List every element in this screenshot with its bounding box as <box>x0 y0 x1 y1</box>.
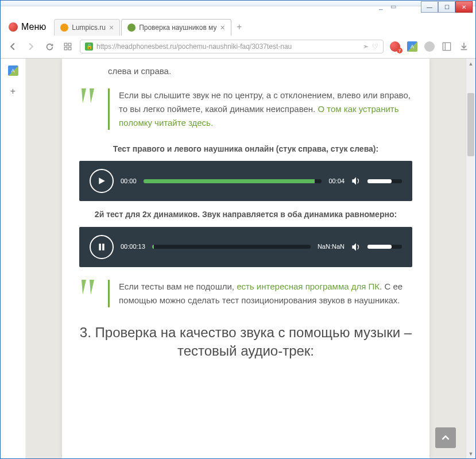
speed-dial-button[interactable] <box>61 40 74 53</box>
window-close-button[interactable]: ✕ <box>455 1 473 13</box>
scroll-to-top-button[interactable] <box>435 427 456 448</box>
quote-block-1: Если вы слышите звук не по центру, а с о… <box>79 88 412 130</box>
nav-reload-button[interactable] <box>43 40 56 53</box>
pause-button[interactable] <box>90 235 114 259</box>
intro-fragment: слева и справа. <box>108 59 412 78</box>
duration-time: 00:04 <box>328 176 345 187</box>
tab-headphones[interactable]: Проверка наушников му × <box>121 19 231 36</box>
translate-sidebar-icon[interactable]: A <box>7 64 20 77</box>
lock-icon: 🔒 <box>85 43 93 51</box>
volume-icon[interactable] <box>351 242 361 252</box>
quote-text-pre: Если тесты вам не подошли, <box>119 281 237 291</box>
nav-back-button[interactable] <box>6 40 19 53</box>
window-minimize-button[interactable]: — <box>421 1 438 13</box>
volume-icon[interactable] <box>351 176 361 186</box>
svg-rect-2 <box>64 47 67 50</box>
sys-tray-icon: ⎯ <box>379 3 387 11</box>
svg-rect-3 <box>68 47 71 50</box>
tab-title: Проверка наушников му <box>139 24 216 32</box>
audio-player-1: 00:00 00:04 <box>79 161 412 201</box>
tab-lumpics[interactable]: Lumpics.ru × <box>54 19 120 36</box>
svg-rect-0 <box>64 43 67 46</box>
opera-ext-icon[interactable]: 7 <box>389 41 401 52</box>
profile-icon[interactable] <box>424 41 435 52</box>
tab-title: Lumpics.ru <box>72 24 106 32</box>
volume-fill <box>367 245 392 249</box>
share-icon[interactable]: ➣ <box>363 43 369 51</box>
scroll-down-arrow[interactable]: ▼ <box>466 449 475 458</box>
section-heading-3: 3. Проверка на качество звука с помощью … <box>79 323 412 361</box>
favicon-icon <box>127 24 136 32</box>
menu-label: Меню <box>21 22 46 32</box>
url-text: https://headphonesbest.ru/pochemu-naushn… <box>96 43 359 51</box>
add-sidebar-icon[interactable]: + <box>7 85 20 98</box>
scroll-up-arrow[interactable]: ▲ <box>466 59 475 68</box>
play-button[interactable] <box>90 169 114 193</box>
quote-mark-icon <box>79 280 98 307</box>
sidebar-toggle-icon[interactable] <box>441 41 452 52</box>
sidebar-rail: A + <box>1 59 26 458</box>
sys-tray-icon: ▭ <box>390 3 398 11</box>
quote-mark-icon <box>79 88 98 130</box>
player1-caption: Тест правого и левого наушника онлайн (с… <box>79 142 412 155</box>
progress-track[interactable] <box>152 245 311 249</box>
favicon-icon <box>60 24 68 32</box>
badge-count: 7 <box>397 48 403 53</box>
address-bar[interactable]: 🔒 https://headphonesbest.ru/pochemu-naus… <box>80 40 384 53</box>
volume-fill <box>367 179 392 183</box>
volume-track[interactable] <box>367 245 402 249</box>
close-icon[interactable]: × <box>109 23 114 32</box>
duration-time: NaN:NaN <box>318 242 345 252</box>
scroll-thumb[interactable] <box>467 93 474 156</box>
volume-track[interactable] <box>367 179 402 183</box>
browser-menu-button[interactable]: Меню <box>3 20 52 34</box>
player2-caption: 2й тест для 2х динамиков. Звук направляе… <box>79 208 412 221</box>
current-time: 00:00:13 <box>121 242 145 252</box>
current-time: 00:00 <box>121 176 137 187</box>
quote-link[interactable]: есть интересная программа для ПК <box>237 281 380 291</box>
progress-fill <box>152 245 154 249</box>
svg-rect-1 <box>68 43 71 46</box>
svg-rect-7 <box>102 244 105 250</box>
audio-player-2: 00:00:13 NaN:NaN <box>79 227 412 267</box>
downloads-icon[interactable] <box>458 41 470 52</box>
article-content: слева и справа. Если вы слышите звук не … <box>62 59 429 458</box>
vertical-scrollbar[interactable]: ▲ ▼ <box>466 59 475 458</box>
quote-block-2: Если тесты вам не подошли, есть интересн… <box>79 280 412 307</box>
nav-forward-button[interactable] <box>25 40 37 53</box>
svg-rect-6 <box>99 244 101 250</box>
opera-logo-icon <box>9 22 18 32</box>
close-icon[interactable]: × <box>220 23 225 32</box>
progress-track[interactable] <box>144 179 322 183</box>
heart-icon[interactable]: ♡ <box>372 43 378 51</box>
svg-rect-4 <box>443 43 450 50</box>
translate-ext-icon[interactable]: A <box>407 41 418 52</box>
window-maximize-button[interactable]: ☐ <box>438 1 455 13</box>
progress-fill <box>144 179 315 183</box>
new-tab-button[interactable]: + <box>233 20 246 34</box>
